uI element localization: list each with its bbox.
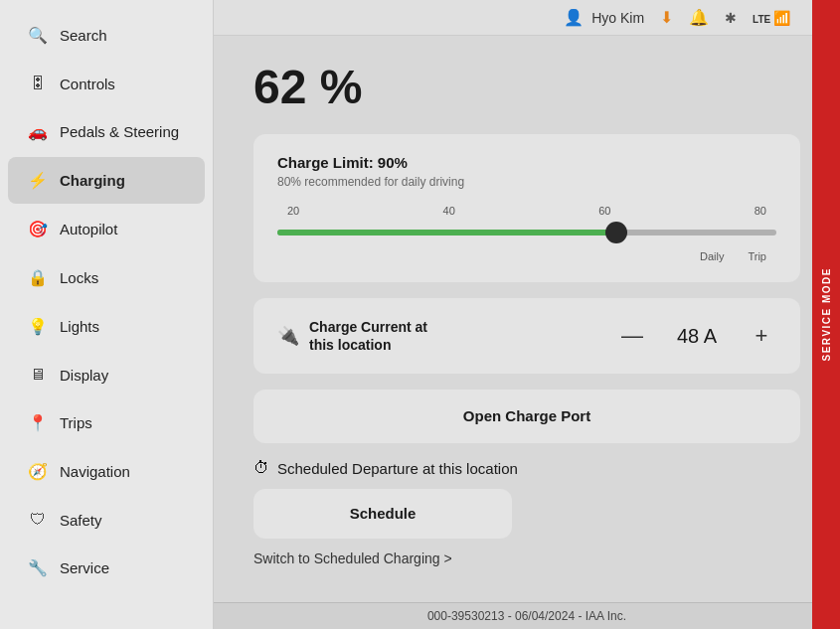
navigation-icon: 🧭 [28,462,48,481]
autopilot-icon: 🎯 [28,220,48,238]
sidebar: 🔍 Search 🎛 Controls 🚗 Pedals & Steering … [0,0,214,629]
tick-40: 40 [443,205,455,217]
slider-daily-trip: Daily Trip [277,250,776,262]
pedals-icon: 🚗 [28,122,48,141]
charge-current-left: 🔌 Charge Current at this location [277,318,427,354]
open-charge-port-button[interactable]: Open Charge Port [463,407,590,424]
bell-icon[interactable]: 🔔 [689,8,709,27]
schedule-button-card[interactable]: Schedule [253,489,512,539]
service-mode-label: SERVICE MODE [821,267,832,362]
search-icon: 🔍 [28,26,48,45]
sidebar-item-search[interactable]: 🔍 Search [8,12,205,59]
sidebar-label-service: Service [60,559,109,576]
sidebar-label-lights: Lights [60,318,99,335]
trips-icon: 📍 [28,413,48,432]
controls-icon: 🎛 [28,75,48,92]
user-icon: 👤 [564,8,584,27]
sidebar-item-autopilot[interactable]: 🎯 Autopilot [8,206,205,252]
sidebar-label-charging: Charging [60,172,125,189]
sidebar-item-locks[interactable]: 🔒 Locks [8,254,205,301]
display-icon: 🖥 [28,366,48,384]
sidebar-label-pedals: Pedals & Steering [60,123,179,140]
bluetooth-icon[interactable]: ✱ [725,10,737,26]
sidebar-label-navigation: Navigation [60,463,130,480]
main-content: 👤 Hyo Kim ⬇ 🔔 ✱ LTE 📶 62 % Charge Limit:… [214,0,840,629]
header-user: 👤 Hyo Kim [564,8,644,27]
slider-track [277,230,776,236]
charge-current-value: 48 A [667,325,727,348]
clock-icon: ⏱ [253,459,269,477]
service-icon: 🔧 [28,558,48,577]
charge-current-card: 🔌 Charge Current at this location — 48 A… [253,298,800,374]
increase-current-button[interactable]: + [747,323,776,349]
slider-fill [277,230,616,236]
sidebar-item-navigation[interactable]: 🧭 Navigation [8,448,205,495]
slider-labels: 20 40 60 80 [277,205,776,217]
sidebar-item-lights[interactable]: 💡 Lights [8,303,205,350]
sidebar-item-display[interactable]: 🖥 Display [8,352,205,397]
content-area: 62 % Charge Limit: 90% 80% recommended f… [214,36,840,602]
trip-label: Trip [748,250,766,262]
download-icon[interactable]: ⬇ [660,8,673,27]
locks-icon: 🔒 [28,268,48,287]
tick-60: 60 [598,205,610,217]
user-name: Hyo Kim [591,10,644,26]
lights-icon: 💡 [28,317,48,336]
footer-bar: 000-39530213 - 06/04/2024 - IAA Inc. [214,602,840,629]
sidebar-label-trips: Trips [60,414,92,431]
service-mode-tab[interactable]: SERVICE MODE [812,0,840,629]
charge-limit-subtitle: 80% recommended for daily driving [277,175,776,189]
sidebar-label-safety: Safety [60,512,102,529]
sidebar-item-trips[interactable]: 📍 Trips [8,399,205,446]
scheduled-departure-label: Scheduled Departure at this location [277,460,518,477]
open-charge-port-card[interactable]: Open Charge Port [253,390,800,443]
scheduled-departure: ⏱ Scheduled Departure at this location [253,459,800,477]
sidebar-item-safety[interactable]: 🛡 Safety [8,497,205,543]
charge-current-label: Charge Current at this location [309,318,427,354]
sidebar-item-pedals[interactable]: 🚗 Pedals & Steering [8,108,205,155]
header: 👤 Hyo Kim ⬇ 🔔 ✱ LTE 📶 [214,0,840,36]
slider-thumb[interactable] [605,222,627,243]
daily-label: Daily [700,250,724,262]
schedule-button[interactable]: Schedule [350,505,417,522]
sidebar-label-search: Search [60,27,107,44]
sidebar-label-display: Display [60,367,108,384]
sidebar-item-service[interactable]: 🔧 Service [8,545,205,591]
switch-to-charging-link[interactable]: Switch to Scheduled Charging > [253,550,800,566]
sidebar-label-controls: Controls [60,76,115,92]
decrease-current-button[interactable]: — [617,323,647,349]
charge-limit-title: Charge Limit: 90% [277,154,776,171]
sidebar-item-controls[interactable]: 🎛 Controls [8,61,205,106]
header-icons: ⬇ 🔔 ✱ LTE 📶 [660,8,790,27]
safety-icon: 🛡 [28,511,48,529]
charging-icon: ⚡ [28,171,48,190]
sidebar-label-autopilot: Autopilot [60,221,117,237]
plug-icon: 🔌 [277,325,299,347]
sidebar-label-locks: Locks [60,269,98,286]
tick-20: 20 [287,205,299,217]
tick-80: 80 [755,205,766,217]
sidebar-item-charging[interactable]: ⚡ Charging [8,157,205,204]
footer-text: 000-39530213 - 06/04/2024 - IAA Inc. [427,609,626,623]
charge-slider[interactable] [277,223,776,242]
charge-limit-card: Charge Limit: 90% 80% recommended for da… [253,134,800,282]
charge-current-controls: — 48 A + [617,323,776,349]
lte-indicator: LTE 📶 [753,10,790,26]
battery-percent: 62 % [253,60,800,114]
